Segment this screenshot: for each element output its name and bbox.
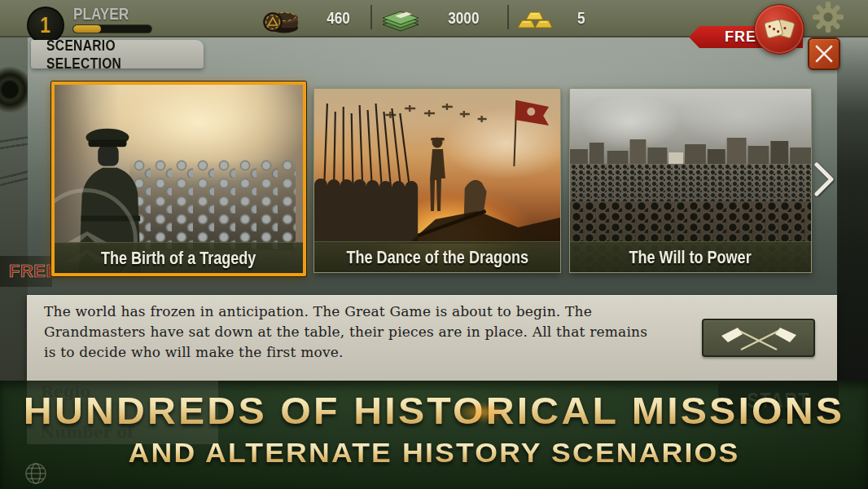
- divider: [507, 5, 509, 29]
- settings-button[interactable]: [812, 1, 844, 33]
- cash-icon: [378, 7, 423, 33]
- card-title: The Dance of the Dragons: [346, 247, 528, 268]
- player-level: 1: [41, 13, 51, 38]
- poker-chips-icon: [262, 4, 301, 35]
- language-globe-button[interactable]: [23, 461, 49, 487]
- chevron-right-icon: [813, 161, 835, 197]
- dice-icon: [763, 13, 796, 46]
- ruined-city-skyline: [570, 134, 811, 167]
- scenario-card-birth-of-a-tragedy[interactable]: The Birth of a Tragedy: [51, 82, 306, 276]
- dice-reward-button[interactable]: [754, 4, 804, 55]
- battle-flags-button[interactable]: [702, 319, 815, 357]
- card-title-bar: The Dance of the Dragons: [314, 241, 560, 272]
- free-scenario-band: FREE: [0, 256, 52, 287]
- banner-subheadline: AND ALTERNATE HISTORY SCENARIOS: [0, 438, 868, 469]
- dialog-title: SCENARIO SELECTION: [46, 37, 188, 73]
- banner-headline: HUNDREDS OF HISTORICAL MISSIONS: [0, 389, 868, 433]
- promo-banner: Regio Number of START HUNDREDS OF HISTOR…: [0, 381, 868, 489]
- card-title-bar: The Will to Power: [570, 241, 811, 272]
- gold-bars-icon: [516, 7, 554, 30]
- close-button[interactable]: [808, 37, 840, 70]
- divider: [370, 5, 372, 29]
- next-scenarios-button[interactable]: [811, 160, 837, 199]
- background-right-column: [837, 37, 868, 381]
- globe-icon: [24, 461, 48, 486]
- gold-amount: 5: [562, 8, 601, 28]
- crossed-flags-icon: [718, 324, 800, 353]
- scenario-description: The world has frozen in anticipation. Th…: [44, 302, 712, 363]
- close-icon: [813, 43, 835, 64]
- scenario-selection-screen: FREE 1 PLAYER 460 3000 5: [0, 0, 868, 489]
- card-title-bar: The Birth of a Tragedy: [55, 242, 303, 273]
- scenario-art-overlay: [314, 89, 560, 244]
- biplane-icon: [0, 136, 28, 151]
- scenario-card-will-to-power[interactable]: The Will to Power: [569, 88, 812, 273]
- card-title: The Will to Power: [629, 247, 752, 268]
- gear-icon: [813, 2, 844, 33]
- dialog-title-tab: SCENARIO SELECTION: [31, 40, 204, 68]
- xp-progress-fill: [73, 25, 101, 33]
- scenario-description-panel: The world has frozen in anticipation. Th…: [27, 295, 837, 381]
- glint-effect: [456, 402, 508, 423]
- card-title: The Birth of a Tragedy: [101, 248, 256, 269]
- cash-amount: 3000: [435, 8, 492, 28]
- chips-amount: 460: [313, 8, 365, 28]
- player-name: PLAYER: [73, 4, 141, 24]
- xp-progress-bar: [72, 24, 152, 33]
- scenario-card-dance-of-the-dragons[interactable]: The Dance of the Dragons: [313, 88, 561, 273]
- biplane-icon: [0, 170, 28, 189]
- propeller-icon: [0, 65, 28, 114]
- background-left-column: [0, 37, 28, 381]
- crowd-far: [570, 164, 811, 203]
